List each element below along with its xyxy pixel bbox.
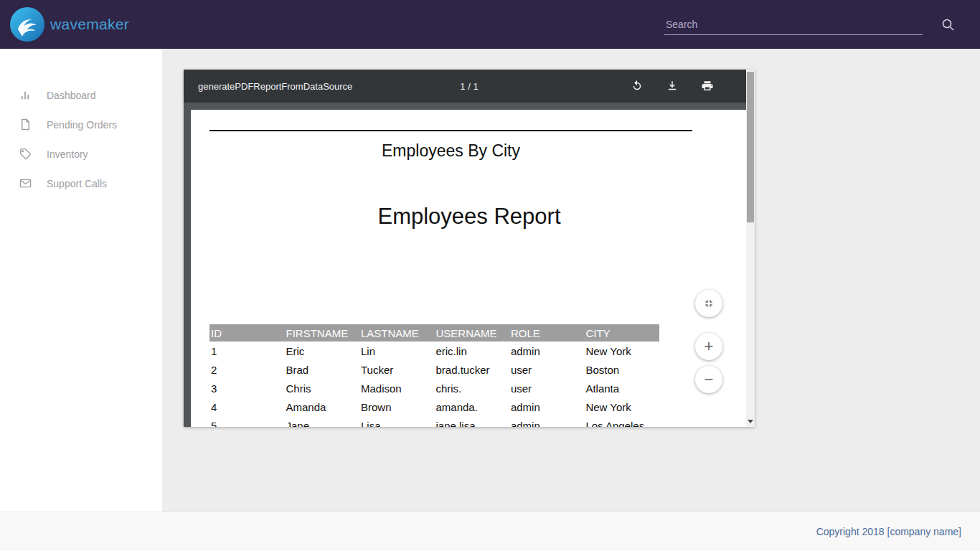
report-table: ID FIRSTNAME LASTNAME USERNAME ROLE CITY… [209,324,659,427]
table-cell: amanda. [434,401,509,413]
table-cell: admin [509,345,584,357]
fit-screen-icon [703,298,715,309]
table-cell: Chris [284,382,359,395]
sidebar-item-label: Pending Orders [47,119,117,131]
main-content: generatePDFReportFromDataSource 1 / 1 [162,49,980,512]
table-cell: admin [509,401,584,413]
download-button[interactable] [665,79,679,93]
tag-icon [19,148,32,160]
brand-name: wavemaker [50,16,129,33]
table-cell: 2 [209,364,284,376]
sidebar: Dashboard Pending Orders Inventory Suppo… [0,49,162,512]
download-icon [666,80,679,93]
table-header-cell: FIRSTNAME [284,327,359,339]
sidebar-item-inventory[interactable]: Inventory [0,139,162,169]
table-cell: Eric [284,345,359,357]
table-row: 4 Amanda Brown amanda. admin New York [209,397,659,416]
sidebar-item-label: Support Calls [47,178,107,189]
bar-chart-icon [19,89,32,101]
table-cell: Lin [359,345,434,357]
table-cell: Amanda [284,401,359,413]
app-header: wavemaker [0,0,980,49]
table-cell: Jane [284,420,359,428]
table-row: 3 Chris Madison chris. user Atlanta [209,379,659,397]
table-cell: jane.lisa [434,420,509,428]
pdf-toolbar: generatePDFReportFromDataSource 1 / 1 [184,70,755,103]
table-row: 1 Eric Lin eric.lin admin New York [209,342,659,360]
table-cell: Boston [584,364,659,376]
search-icon[interactable] [941,18,954,31]
table-cell: New York [584,401,659,413]
rotate-button[interactable] [630,79,644,93]
rotate-icon [631,80,644,93]
table-row: 2 Brad Tucker brad.tucker user Boston [209,360,659,379]
wavemaker-logo-icon [10,7,44,42]
table-cell: Brad [284,364,359,376]
table-header-row: ID FIRSTNAME LASTNAME USERNAME ROLE CITY [209,324,659,342]
header-search [664,14,954,35]
table-cell: 5 [209,420,284,428]
table-header-cell: LASTNAME [359,327,434,339]
table-header-cell: USERNAME [434,327,509,339]
search-input[interactable] [664,14,923,35]
table-cell: Tucker [359,364,434,376]
pdf-toolbar-actions [630,79,715,93]
table-header-cell: ROLE [509,327,584,339]
copyright-text: Copyright 2018 [company name] [816,526,961,537]
table-cell: Lisa [359,420,434,428]
report-divider [209,130,692,131]
app-footer: Copyright 2018 [company name] [0,512,980,551]
page-indicator: 1 / 1 [460,81,478,92]
table-cell: 1 [209,345,284,357]
table-cell: eric.lin [434,345,509,357]
pdf-scrollbar[interactable] [746,70,755,427]
table-row: 5 Jane Lisa jane.lisa admin Los Angeles [209,416,659,427]
report-subtitle: Employees By City [209,141,692,161]
chevron-down-icon [748,420,753,423]
table-cell: Los Angeles [584,420,659,428]
table-cell: admin [509,420,584,428]
wavemaker-logo[interactable]: wavemaker [10,7,129,42]
table-cell: 3 [209,382,284,395]
table-cell: 4 [209,401,284,413]
pdf-page: Employees By City Employees Report ID FI… [191,110,748,427]
table-cell: brad.tucker [434,364,509,376]
print-icon [701,80,714,93]
envelope-icon [19,178,32,189]
document-icon [19,118,32,131]
table-cell: chris. [434,382,509,395]
pdf-title: generatePDFReportFromDataSource [198,81,352,92]
print-button[interactable] [700,79,715,93]
zoom-in-button[interactable]: + [695,333,722,360]
sidebar-item-support-calls[interactable]: Support Calls [0,169,162,198]
table-header-cell: CITY [584,327,659,339]
sidebar-item-label: Inventory [47,149,88,160]
scroll-down-button[interactable] [746,416,755,427]
zoom-out-button[interactable]: − [695,366,722,393]
table-header-cell: ID [209,327,284,339]
sidebar-item-pending-orders[interactable]: Pending Orders [0,110,162,139]
table-cell: Atlanta [584,382,659,395]
table-cell: New York [584,345,659,357]
table-cell: Madison [359,382,434,395]
report-title: Employees Report [191,204,748,230]
sidebar-item-label: Dashboard [47,90,96,101]
pdf-viewer-body: Employees By City Employees Report ID FI… [184,103,755,427]
sidebar-item-dashboard[interactable]: Dashboard [0,80,162,110]
pdf-viewer: generatePDFReportFromDataSource 1 / 1 [184,70,755,427]
table-cell: user [509,364,584,376]
zoom-fit-button[interactable] [695,290,722,317]
table-cell: user [509,382,584,395]
scrollbar-thumb[interactable] [747,72,754,222]
table-cell: Brown [359,401,434,413]
